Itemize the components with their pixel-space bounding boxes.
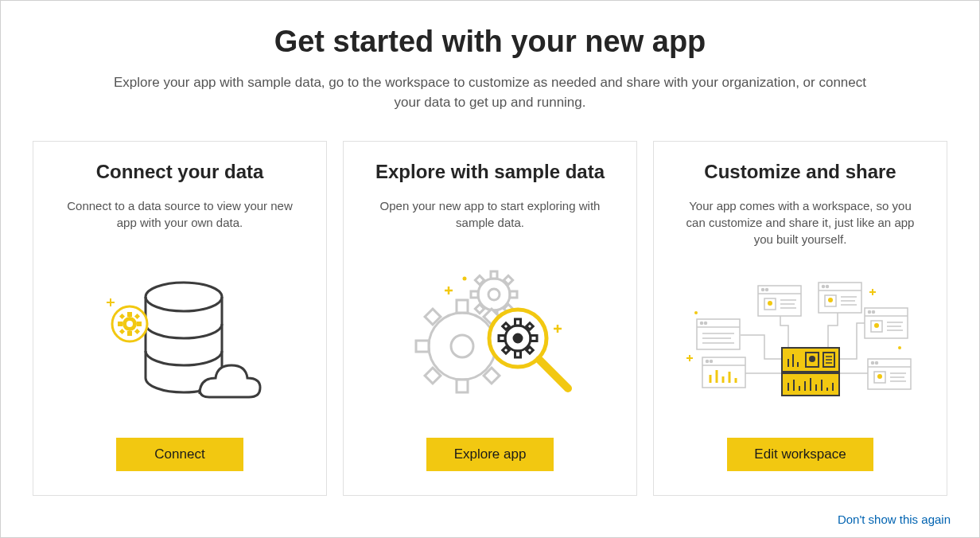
svg-point-90 [874, 323, 879, 328]
svg-point-24 [429, 313, 496, 380]
svg-rect-5 [137, 322, 142, 326]
connect-button[interactable]: Connect [116, 438, 243, 471]
svg-rect-26 [457, 300, 468, 313]
svg-rect-18 [471, 291, 478, 298]
card-title: Customize and share [704, 161, 896, 183]
svg-point-65 [828, 298, 833, 302]
svg-point-62 [822, 285, 825, 287]
card-title: Connect your data [96, 161, 264, 183]
card-customize-share: Customize and share Your app comes with … [653, 141, 947, 496]
edit-workspace-button[interactable]: Edit workspace [727, 438, 873, 471]
svg-point-11 [126, 321, 133, 327]
svg-rect-45 [527, 347, 533, 353]
get-started-panel: Get started with your new app Explore yo… [0, 0, 980, 538]
svg-point-127 [694, 311, 698, 314]
svg-rect-19 [510, 291, 517, 298]
cards-row: Connect your data Connect to a data sour… [33, 141, 947, 496]
svg-point-97 [876, 361, 878, 364]
svg-point-96 [872, 361, 874, 364]
svg-point-56 [768, 301, 772, 306]
svg-rect-16 [491, 271, 497, 279]
svg-point-54 [766, 288, 768, 290]
svg-point-53 [762, 288, 764, 290]
card-description: Connect to a data source to view your ne… [60, 197, 299, 231]
page-subtitle: Explore your app with sample data, go to… [100, 73, 880, 112]
header: Get started with your new app Explore yo… [33, 25, 947, 112]
svg-rect-2 [127, 312, 132, 317]
svg-rect-3 [127, 331, 132, 336]
card-connect-data: Connect your data Connect to a data sour… [33, 141, 327, 496]
svg-point-79 [710, 360, 713, 362]
svg-rect-39 [515, 351, 521, 357]
svg-rect-4 [118, 322, 122, 326]
svg-rect-42 [503, 323, 509, 329]
svg-rect-27 [457, 380, 468, 392]
card-description: Your app comes with a workspace, so you … [681, 197, 920, 248]
svg-rect-41 [531, 336, 537, 341]
svg-point-88 [873, 310, 875, 313]
svg-point-78 [706, 360, 709, 362]
card-description: Open your new app to start exploring wit… [371, 197, 609, 231]
explore-app-button[interactable]: Explore app [426, 438, 554, 471]
svg-point-128 [898, 346, 901, 349]
svg-rect-40 [499, 336, 505, 341]
database-illustration-icon [49, 239, 310, 438]
gears-magnifier-illustration-icon [360, 239, 620, 438]
svg-point-15 [488, 289, 500, 300]
svg-rect-44 [503, 347, 509, 353]
svg-line-35 [539, 360, 568, 388]
svg-point-99 [877, 374, 882, 379]
svg-point-14 [478, 279, 510, 310]
svg-rect-43 [527, 323, 533, 329]
page-title: Get started with your new app [33, 25, 947, 59]
svg-point-37 [514, 334, 522, 342]
svg-point-109 [809, 356, 815, 362]
svg-point-63 [826, 285, 829, 287]
dont-show-again-link[interactable]: Don't show this again [838, 513, 951, 526]
card-explore-sample: Explore with sample data Open your new a… [343, 141, 637, 496]
card-title: Explore with sample data [375, 161, 605, 183]
svg-point-0 [146, 283, 222, 311]
workspace-dashboards-illustration-icon [670, 255, 931, 438]
svg-rect-28 [416, 341, 429, 352]
svg-point-71 [701, 322, 703, 324]
svg-point-72 [705, 322, 707, 324]
svg-point-50 [463, 277, 467, 281]
svg-rect-38 [515, 319, 521, 326]
svg-point-87 [869, 310, 871, 313]
